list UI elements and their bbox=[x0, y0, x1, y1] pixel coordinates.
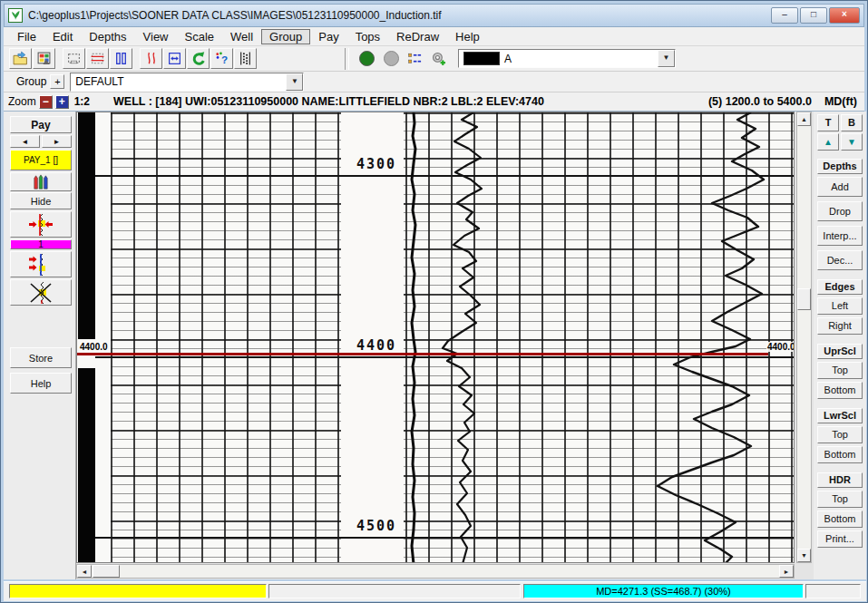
vertical-scroll-thumb[interactable] bbox=[797, 288, 811, 310]
group-selector[interactable]: DEFAULT ▼ bbox=[70, 73, 304, 92]
red-curves-icon bbox=[143, 51, 159, 66]
lwrscl-top-button[interactable]: Top bbox=[817, 426, 863, 443]
close-button[interactable]: × bbox=[829, 7, 860, 24]
help-button[interactable]: Help bbox=[10, 373, 72, 394]
scroll-top-arrow-icon[interactable]: ▲ bbox=[817, 133, 839, 151]
scroll-bottom-arrow-icon[interactable]: ▼ bbox=[841, 133, 863, 151]
undo-button[interactable] bbox=[187, 48, 210, 69]
scroll-right-icon[interactable]: ► bbox=[779, 565, 794, 578]
curve-trace-button[interactable] bbox=[140, 48, 162, 69]
gear-plus-icon bbox=[431, 51, 446, 66]
store-button[interactable]: Store bbox=[10, 347, 72, 368]
print-button[interactable]: Print... bbox=[817, 530, 863, 548]
menu-item-view[interactable]: View bbox=[135, 29, 177, 44]
minimize-button[interactable]: – bbox=[771, 7, 798, 24]
title-bar[interactable]: C:\geoplus1\Projects\SOONER DATA CLASS\I… bbox=[4, 4, 864, 27]
depth-range: (5) 1200.0 to 5400.0 bbox=[708, 95, 812, 108]
delete-pick-button[interactable] bbox=[10, 279, 72, 306]
top-button[interactable]: T bbox=[817, 114, 839, 131]
open-image-button[interactable] bbox=[9, 48, 32, 69]
green-status-circle[interactable] bbox=[359, 51, 375, 66]
blue-bars-icon bbox=[113, 51, 129, 66]
scroll-down-icon[interactable]: ▼ bbox=[797, 549, 811, 562]
curve-selector-dropdown-icon[interactable]: ▼ bbox=[658, 50, 675, 67]
track-edges-button[interactable] bbox=[110, 48, 132, 69]
scroll-left-icon[interactable]: ◄ bbox=[77, 565, 92, 578]
pick-edge-button[interactable] bbox=[10, 251, 72, 277]
pay-colors-button[interactable] bbox=[10, 172, 72, 191]
bottom-button[interactable]: B bbox=[841, 114, 863, 131]
edge-left-button[interactable]: Left bbox=[817, 297, 863, 315]
horizontal-scroll-thumb[interactable] bbox=[93, 565, 120, 578]
grid-dots-button[interactable] bbox=[234, 48, 257, 69]
curve-list-button[interactable] bbox=[404, 48, 426, 69]
edges-section-header: Edges bbox=[817, 279, 863, 295]
maximize-button[interactable]: □ bbox=[800, 7, 827, 24]
menu-item-help[interactable]: Help bbox=[447, 29, 488, 44]
app-window: C:\geoplus1\Projects\SOONER DATA CLASS\I… bbox=[0, 0, 868, 603]
zoom-out-button[interactable]: − bbox=[39, 95, 53, 109]
induction-curve bbox=[658, 112, 764, 563]
edge-right-button[interactable]: Right bbox=[817, 317, 863, 335]
pick-interval-icon bbox=[27, 213, 54, 237]
toolbar-separator bbox=[345, 48, 349, 70]
pick-interval-button[interactable] bbox=[10, 211, 72, 238]
depth-tools-panel: T B ▲ ▼ Depths Add Drop Interp... Dec...… bbox=[814, 112, 866, 579]
image-edit-icon bbox=[36, 51, 52, 66]
hdr-top-button[interactable]: Top bbox=[817, 491, 863, 508]
menu-item-tops[interactable]: Tops bbox=[347, 29, 388, 44]
menu-bar: File Edit Depths View Scale Well Group P… bbox=[4, 27, 864, 46]
crayons-icon bbox=[31, 174, 51, 190]
zoom-label: Zoom bbox=[8, 95, 36, 108]
curve-color-swatch bbox=[463, 52, 500, 65]
uprscl-top-button[interactable]: Top bbox=[817, 362, 863, 379]
group-add-button[interactable]: + bbox=[50, 74, 64, 89]
menu-item-pay[interactable]: Pay bbox=[310, 29, 346, 44]
undo-arrow-icon bbox=[190, 51, 206, 66]
zoom-in-button[interactable]: + bbox=[55, 95, 69, 109]
dec-button[interactable]: Dec... bbox=[817, 250, 863, 270]
add-settings-button[interactable] bbox=[427, 48, 450, 69]
drop-depth-button[interactable]: Drop bbox=[817, 201, 863, 221]
depth-lines-region-button[interactable] bbox=[86, 48, 109, 69]
uprscl-bottom-button[interactable]: Bottom bbox=[817, 382, 863, 399]
dashed-box-icon bbox=[66, 51, 82, 66]
menu-item-group[interactable]: Group bbox=[261, 29, 310, 44]
hide-button[interactable]: Hide bbox=[10, 192, 72, 209]
pay-header: Pay bbox=[10, 116, 72, 133]
menu-item-file[interactable]: File bbox=[9, 29, 44, 44]
hdr-bottom-button[interactable]: Bottom bbox=[817, 511, 863, 528]
select-region-button[interactable] bbox=[63, 48, 85, 69]
menu-item-scale[interactable]: Scale bbox=[177, 29, 223, 44]
log-viewport[interactable]: 4300 4400 4500 4400.0 4400.0 bbox=[76, 112, 795, 563]
pay-item-button[interactable]: PAY_1 [] bbox=[10, 150, 72, 170]
menu-item-redraw[interactable]: ReDraw bbox=[388, 29, 447, 44]
spray-question-icon: ? bbox=[214, 51, 229, 66]
pay-next-button[interactable]: ► bbox=[42, 135, 72, 148]
scroll-up-icon[interactable]: ▲ bbox=[797, 112, 811, 126]
pay-prev-button[interactable]: ◄ bbox=[10, 135, 40, 148]
interp-button[interactable]: Interp... bbox=[817, 226, 863, 246]
active-depth-label-left: 4400.0 bbox=[79, 342, 109, 352]
content-area: Pay ◄ ► PAY_1 [] Hide 1 Store Help 4300 … bbox=[4, 112, 866, 579]
menu-item-well[interactable]: Well bbox=[222, 29, 261, 44]
curve-selector[interactable]: A ▼ bbox=[458, 49, 676, 68]
depths-section-header: Depths bbox=[817, 159, 863, 174]
horizontal-scrollbar[interactable]: ◄ ► bbox=[76, 564, 795, 579]
menu-item-edit[interactable]: Edit bbox=[44, 29, 81, 44]
active-depth-line[interactable] bbox=[77, 353, 768, 355]
status-corner bbox=[805, 584, 861, 598]
lwrscl-bottom-button[interactable]: Bottom bbox=[817, 446, 863, 463]
group-selector-dropdown-icon[interactable]: ▼ bbox=[286, 73, 303, 91]
log-curves bbox=[77, 112, 795, 563]
export-image-button[interactable] bbox=[33, 48, 55, 69]
progress-indicator bbox=[9, 584, 267, 598]
add-depth-button[interactable]: Add bbox=[817, 177, 863, 197]
scale-width-button[interactable] bbox=[163, 48, 186, 69]
gray-status-circle[interactable] bbox=[384, 51, 399, 66]
hdr-section-header: HDR bbox=[817, 472, 863, 488]
vertical-scrollbar[interactable]: ▲ ▼ bbox=[796, 112, 812, 563]
menu-item-depths[interactable]: Depths bbox=[81, 29, 134, 44]
redraw-options-button[interactable]: ? bbox=[210, 48, 233, 69]
pay-flag-indicator: 1 bbox=[10, 239, 72, 249]
